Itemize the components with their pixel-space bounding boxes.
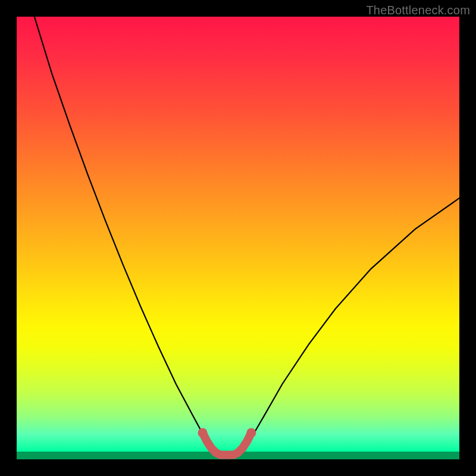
svg-point-1 <box>246 428 256 437</box>
plot-area <box>17 17 459 459</box>
watermark-text: TheBottleneck.com <box>366 4 470 17</box>
bottleneck-curve <box>35 17 459 455</box>
valley-highlight <box>203 433 252 455</box>
chart-stage: TheBottleneck.com <box>0 0 476 476</box>
curve-layer <box>17 17 459 459</box>
svg-point-0 <box>198 428 208 437</box>
